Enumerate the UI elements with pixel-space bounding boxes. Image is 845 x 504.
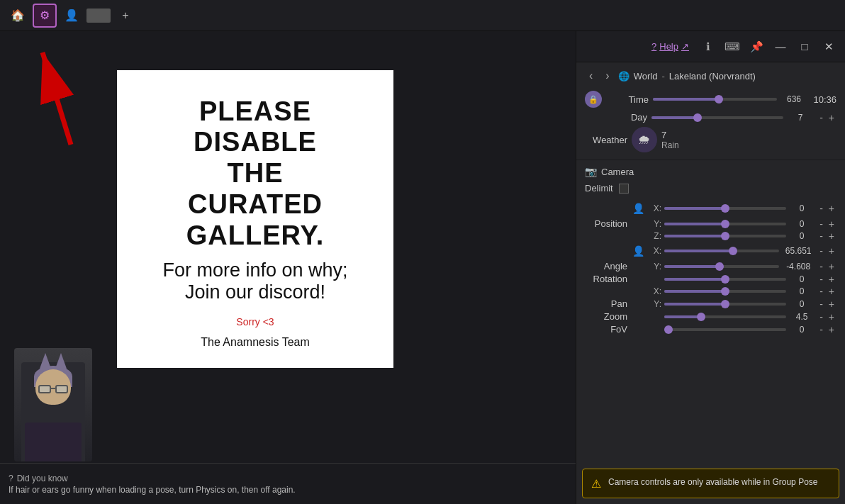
pos-z-pm: - + xyxy=(817,231,836,241)
time-value: 636 xyxy=(781,94,807,104)
user-button[interactable]: 👤 xyxy=(60,4,84,28)
angle-x-slider[interactable] xyxy=(664,250,779,252)
angle-y-decrement[interactable]: - xyxy=(817,262,825,271)
pan-x-value: 0 xyxy=(789,286,815,296)
fov-thumb[interactable] xyxy=(664,325,673,334)
rotation-slider[interactable] xyxy=(664,278,786,281)
time-slider-thumb[interactable] xyxy=(715,95,723,103)
pan-y-pm: - + xyxy=(817,299,836,309)
pos-x-thumb[interactable] xyxy=(721,204,729,213)
angle-x-label: X: xyxy=(649,246,661,256)
day-slider-thumb[interactable] xyxy=(693,113,702,122)
info-button[interactable]: ℹ xyxy=(698,36,719,57)
pan-label-y: Pan xyxy=(585,298,627,309)
pos-z-decrement[interactable]: - xyxy=(817,231,825,241)
pos-z-thumb[interactable] xyxy=(721,232,729,240)
maximize-button[interactable]: □ xyxy=(794,36,815,57)
close-button[interactable]: ✕ xyxy=(818,36,839,57)
pan-x-increment[interactable]: + xyxy=(827,286,836,296)
help-label: Help xyxy=(659,41,678,52)
pin-button[interactable]: 📌 xyxy=(746,36,767,57)
pos-y-decrement[interactable]: - xyxy=(817,219,825,229)
camera-label: Camera xyxy=(601,167,634,177)
pos-z-increment[interactable]: + xyxy=(827,231,836,241)
position-y-row: Position Y: 0 - + xyxy=(585,218,836,229)
position-x-label: X: xyxy=(649,203,661,213)
angle-x-row: 👤 X: 65.651 - + xyxy=(585,243,836,259)
dyk-title-row: ? Did you know xyxy=(9,474,567,483)
time-slider[interactable] xyxy=(653,98,777,101)
pan-x-pm: - + xyxy=(817,286,836,296)
day-increment-button[interactable]: + xyxy=(827,113,836,123)
pan-y-slider[interactable] xyxy=(664,303,786,306)
day-slider-fill xyxy=(651,116,698,119)
pan-y-increment[interactable]: + xyxy=(827,299,836,309)
fov-value: 0 xyxy=(789,325,815,335)
fov-decrement[interactable]: - xyxy=(817,325,825,335)
world-location-row: ‹ › 🌐 World - Lakeland (Norvrandt) xyxy=(585,68,836,84)
pos-y-increment[interactable]: + xyxy=(827,219,836,229)
camera-icon: 📷 xyxy=(585,166,597,177)
position-y-label: Y: xyxy=(649,219,661,229)
time-label: Time xyxy=(606,94,649,105)
pan-y-thumb[interactable] xyxy=(721,300,729,308)
time-clock: 10:36 xyxy=(811,94,836,105)
fov-slider[interactable] xyxy=(664,328,786,331)
pos-x-decrement[interactable]: - xyxy=(817,203,825,213)
pos-y-thumb[interactable] xyxy=(721,220,729,228)
pos-y-pm: - + xyxy=(817,219,836,229)
pan-x-row: X: 0 - + xyxy=(585,286,836,296)
nav-forward-button[interactable]: › xyxy=(601,68,613,84)
angle-y-fill xyxy=(664,265,720,268)
pos-x-fill xyxy=(664,207,725,210)
rotation-fill xyxy=(664,278,725,281)
position-y-slider[interactable] xyxy=(664,223,786,225)
pan-x-decrement[interactable]: - xyxy=(817,286,825,296)
angle-x-decrement[interactable]: - xyxy=(817,246,825,256)
keyboard-button[interactable]: ⌨ xyxy=(722,36,743,57)
angle-y-slider[interactable] xyxy=(664,265,779,268)
position-z-slider[interactable] xyxy=(664,235,786,237)
angle-y-pm: - + xyxy=(817,262,836,271)
rotation-increment[interactable]: + xyxy=(827,274,836,284)
minimize-button[interactable]: — xyxy=(770,36,791,57)
nav-back-button[interactable]: ‹ xyxy=(585,68,597,84)
top-bar: 🏠 ⚙ 👤 + xyxy=(0,0,845,31)
rotation-thumb[interactable] xyxy=(721,275,729,284)
angle-y-thumb[interactable] xyxy=(715,262,724,271)
day-label: Day xyxy=(605,112,647,123)
pan-x-thumb[interactable] xyxy=(721,287,729,296)
pan-x-slider[interactable] xyxy=(664,290,786,293)
day-slider[interactable] xyxy=(651,116,783,119)
rotation-pm: - + xyxy=(817,274,836,284)
question-icon: ? xyxy=(9,474,13,483)
angle-y-label: Y: xyxy=(649,262,661,271)
pan-y-decrement[interactable]: - xyxy=(817,299,825,309)
settings-button[interactable]: ⚙ xyxy=(33,4,57,28)
pos-x-increment[interactable]: + xyxy=(827,203,836,213)
home-button[interactable]: 🏠 xyxy=(6,4,30,28)
zoom-slider[interactable] xyxy=(664,315,786,318)
angle-y-increment[interactable]: + xyxy=(827,262,836,271)
position-z-label: Z: xyxy=(649,231,661,241)
angle-x-increment[interactable]: + xyxy=(827,246,836,256)
pos-x-pm: - + xyxy=(817,203,836,213)
rotation-decrement[interactable]: - xyxy=(817,274,825,284)
add-button[interactable]: + xyxy=(113,4,138,28)
position-x-slider[interactable] xyxy=(664,207,786,210)
card-subtitle: For more info on why; Join our discord! xyxy=(162,259,347,303)
pan-y-fill xyxy=(664,303,725,306)
world-name: World xyxy=(634,71,658,82)
zoom-increment[interactable]: + xyxy=(827,312,836,322)
zoom-thumb[interactable] xyxy=(697,313,705,321)
fov-increment[interactable]: + xyxy=(827,325,836,335)
angle-x-thumb[interactable] xyxy=(729,247,737,255)
zoom-fill xyxy=(664,315,701,318)
time-row: 🔒 Time 636 10:36 xyxy=(585,91,836,108)
zoom-decrement[interactable]: - xyxy=(817,312,825,322)
card-sorry: Sorry <3 xyxy=(236,316,274,327)
delimit-checkbox[interactable] xyxy=(619,184,629,194)
help-button[interactable]: ? Help ↗ xyxy=(646,38,695,55)
day-decrement-button[interactable]: - xyxy=(817,113,825,123)
angle-person-icon: 👤 xyxy=(630,243,646,259)
